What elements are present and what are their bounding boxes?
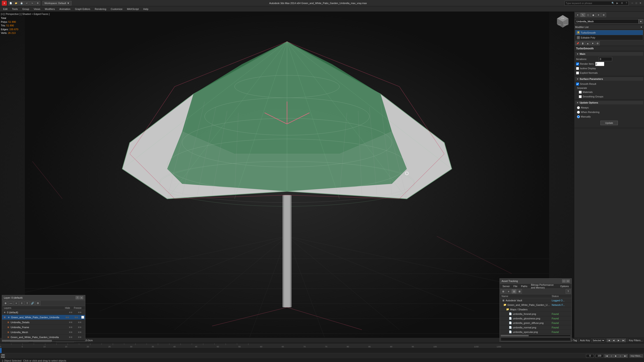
layer-row-default[interactable]: ⊕ 0 (default)	[2, 310, 85, 315]
next-frame-btn[interactable]: ▶|	[622, 339, 626, 342]
selected-dropdown[interactable]: Selected	[592, 339, 605, 342]
layer-scrollbar-thumb[interactable]	[2, 340, 52, 342]
search-options-icon[interactable]: ⚙	[620, 1, 624, 5]
play-btn[interactable]: ▶	[614, 354, 618, 358]
asset-menu-options[interactable]: Options	[558, 284, 571, 288]
menu-modifiers[interactable]: Modifiers	[42, 6, 57, 12]
search-input[interactable]	[565, 2, 610, 4]
menu-group[interactable]: Group	[20, 6, 32, 12]
main-section-header[interactable]: ▼ Main	[575, 52, 643, 56]
render-iters-input[interactable]	[595, 62, 604, 66]
explicit-normals-checkbox[interactable]	[576, 71, 579, 74]
update-section-header[interactable]: ▼ Update Options	[575, 101, 643, 104]
smoothing-groups-checkbox[interactable]	[579, 95, 582, 98]
asset-panel-minimize[interactable]: □	[562, 280, 566, 283]
layer-panel-close[interactable]: ✕	[80, 296, 83, 299]
move-up-btn[interactable]: ▲	[586, 41, 590, 45]
iterations-input[interactable]	[599, 57, 612, 61]
asset-tool-0[interactable]: ⊞	[501, 289, 506, 294]
layer-tool-0[interactable]: ⊕	[3, 301, 8, 305]
modify-icon[interactable]: ✎	[580, 13, 585, 17]
next-key-btn[interactable]: ▷	[618, 354, 623, 358]
asset-row-specular[interactable]: 📄 umbrella_specular.png Found	[500, 330, 572, 334]
goto-end-btn[interactable]: ▶|	[623, 354, 628, 358]
asset-menu-server[interactable]: Server	[501, 284, 512, 288]
layer-panel-question[interactable]: ?	[76, 296, 79, 299]
prev-frame-btn[interactable]: |◀	[606, 339, 611, 342]
asset-menu-file[interactable]: File	[512, 284, 519, 288]
asset-panel-close[interactable]: ✕	[566, 280, 570, 283]
motion-icon[interactable]: ◉	[591, 13, 596, 17]
options-icon[interactable]: ⚙	[35, 1, 40, 5]
workspace-button[interactable]: Workspace: Default ▼	[42, 1, 72, 5]
viewport[interactable]: [+] [ Perspective ] [ Shaded + Edged Fac…	[0, 12, 574, 349]
new-icon[interactable]: 📄	[8, 1, 13, 5]
undo-icon[interactable]: ↩	[24, 1, 29, 5]
render-iters-checkbox[interactable]	[576, 62, 579, 65]
display-icon[interactable]: ☀	[596, 13, 601, 17]
asset-row-normal[interactable]: 📄 umbrella_normal.png Found	[500, 325, 572, 330]
layer-row-umbrella2[interactable]: ⊞ Green_and_White_Patio_Garden_Umbrella	[2, 335, 85, 340]
current-frame-input[interactable]	[586, 354, 594, 358]
open-icon[interactable]: 📂	[14, 1, 18, 5]
create-icon[interactable]: ✦	[575, 13, 580, 17]
move-down-btn[interactable]: ▼	[590, 41, 595, 45]
layer-row-details[interactable]: ⊞ Umbrella_Details	[2, 320, 85, 325]
menu-rendering[interactable]: Rendering	[92, 6, 108, 12]
when-rendering-radio[interactable]	[577, 111, 580, 114]
asset-row-maps[interactable]: 📁 Maps / Shaders	[500, 307, 572, 312]
minimize-button[interactable]: ─	[630, 1, 634, 5]
asset-path-input[interactable]	[501, 338, 571, 341]
manually-radio[interactable]	[577, 115, 580, 118]
close-button[interactable]: ✕	[638, 1, 642, 5]
help-icon[interactable]: ?	[624, 1, 628, 5]
menu-customize[interactable]: Customize	[108, 6, 125, 12]
search-next-icon[interactable]: ▶	[615, 1, 620, 5]
always-radio[interactable]	[577, 106, 580, 109]
total-frames-input[interactable]	[596, 354, 603, 358]
menu-edit[interactable]: Edit	[1, 6, 10, 12]
layer-scrollbar[interactable]	[2, 340, 85, 342]
play-back-btn[interactable]: ◀	[612, 339, 616, 342]
timeline-cursor[interactable]	[0, 348, 1, 353]
hierarchy-icon[interactable]: ⬡	[586, 13, 590, 17]
menu-views[interactable]: Views	[32, 6, 42, 12]
key-filters[interactable]: Key Filters...	[629, 339, 643, 342]
layer-tool-6[interactable]: ⚙	[36, 301, 40, 305]
menu-tools[interactable]: Tools	[10, 6, 20, 12]
asset-menu-bitmap[interactable]: Bitmap Performance and Memory	[529, 283, 558, 289]
asset-row-diffuse[interactable]: 📄 umbrella_green_diffuse.png Found	[500, 321, 572, 325]
menu-graph-editors[interactable]: Graph Editors	[73, 6, 92, 12]
asset-row-vault[interactable]: 🖥 Autodesk Vault Logged O...	[500, 298, 572, 303]
asset-tool-3[interactable]: ⊠	[517, 289, 522, 294]
surface-section-header[interactable]: ▼ Surface Parameters	[575, 77, 643, 81]
isoline-checkbox[interactable]	[576, 67, 579, 70]
play-fwd-btn[interactable]: ▶	[616, 339, 621, 342]
prev-key-btn[interactable]: ◁	[609, 354, 614, 358]
layer-tool-3[interactable]: ⇩	[19, 301, 24, 305]
object-name-arrow[interactable]: ▼	[638, 19, 643, 24]
menu-animation[interactable]: Animation	[57, 6, 73, 12]
layer-tool-5[interactable]: 🔗	[30, 301, 35, 305]
pin-btn[interactable]: 📌	[575, 41, 580, 45]
layer-tool-4[interactable]: ⇧	[24, 301, 30, 305]
view-cube[interactable]: TOP LEFT FRONT	[552, 12, 573, 32]
redo-icon[interactable]: ↪	[30, 1, 35, 5]
layer-row-umbrella[interactable]: ⊞ ⊕ Green_and_White_Patio_Garden_Umbrell…	[2, 315, 85, 320]
asset-tool-2[interactable]: ⊟	[512, 289, 516, 294]
asset-help-btn[interactable]: ?	[566, 289, 571, 294]
asset-tool-1[interactable]: ≡	[506, 289, 511, 294]
smooth-result-checkbox[interactable]	[576, 82, 579, 85]
search-icon[interactable]: 🔍	[611, 1, 615, 5]
configure-btn[interactable]: ⚙	[596, 41, 600, 45]
remove-btn[interactable]: 🗑	[580, 41, 585, 45]
modifier-list-arrow[interactable]: ▼	[640, 25, 643, 29]
save-icon[interactable]: 💾	[19, 1, 24, 5]
menu-help[interactable]: Help	[141, 6, 151, 12]
utilities-icon[interactable]: ⚙	[601, 13, 606, 17]
menu-maxscript[interactable]: MAXScript	[125, 6, 141, 12]
asset-row-fresnel[interactable]: 📄 umbrella_fresnel.png Found	[500, 312, 572, 316]
layer-row-frame[interactable]: ⊞ Umbrella_Frame	[2, 325, 85, 330]
modifier-editable-poly[interactable]: ⬡ Editable Poly	[576, 35, 643, 40]
materials-checkbox[interactable]	[579, 91, 582, 94]
